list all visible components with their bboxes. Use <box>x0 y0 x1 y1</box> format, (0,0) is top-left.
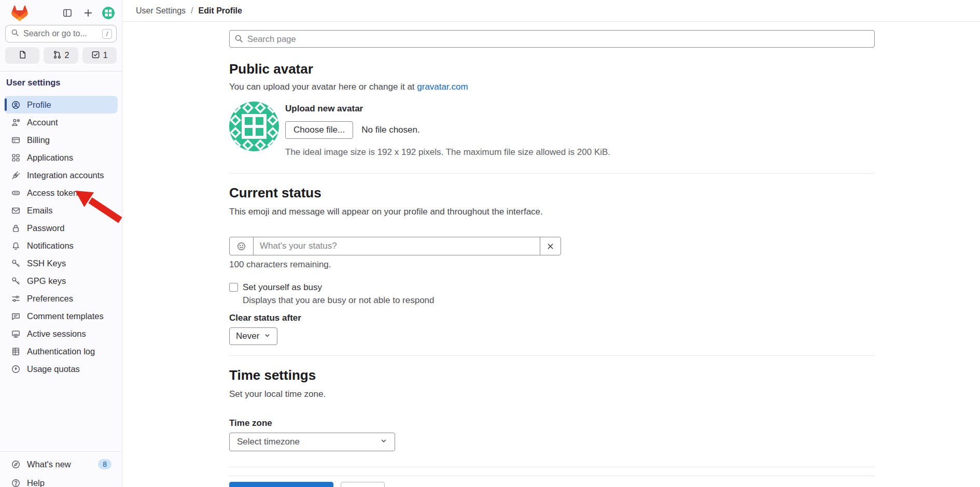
avatar-upload-row: Upload new avatar Choose file... No file… <box>229 102 875 157</box>
timezone-value: Select timezone <box>237 437 300 447</box>
busy-label: Set yourself as busy <box>243 282 435 293</box>
search-placeholder: Search or go to... <box>23 29 102 38</box>
form-actions: Update profile settings Cancel <box>229 476 875 487</box>
sidebar-item-label: SSH Keys <box>27 259 66 268</box>
sidebar-item-label: Integration accounts <box>27 170 104 180</box>
sidebar-item-label: Password <box>27 223 64 233</box>
sidebar-header <box>0 0 122 22</box>
help-label: Help <box>27 478 45 487</box>
avatar-size-hint: The ideal image size is 192 x 192 pixels… <box>285 147 610 157</box>
avatar-description: You can upload your avatar here or chang… <box>229 82 875 92</box>
key-icon <box>11 277 20 285</box>
sidebar-footer: What's new 8 Help <box>0 451 122 487</box>
choose-file-button[interactable]: Choose file... <box>285 121 353 139</box>
sidebar-item-label: GPG keys <box>27 276 66 286</box>
sidebar-item-comment-templates[interactable]: Comment templates <box>4 307 118 325</box>
sidebar-nav: Profile Account Billing Applications Int… <box>0 96 122 378</box>
page-search-input[interactable] <box>229 30 875 48</box>
clear-status-after-label: Clear status after <box>229 313 875 323</box>
sidebar-item-usage-quotas[interactable]: Usage quotas <box>4 360 118 378</box>
mail-icon <box>11 206 20 215</box>
time-zone-label: Time zone <box>229 418 875 428</box>
emoji-picker-button[interactable] <box>230 237 254 255</box>
monitor-icon <box>11 330 20 338</box>
sidebar-item-label: Active sessions <box>27 329 86 339</box>
status-description: This emoji and message will appear on yo… <box>229 207 875 217</box>
clear-status-value: Never <box>236 331 259 341</box>
comment-icon <box>11 312 20 321</box>
sidebar-item-authentication-log[interactable]: Authentication log <box>4 342 118 360</box>
lock-icon <box>11 224 20 233</box>
busy-help-text: Displays that you are busy or not able t… <box>243 295 435 306</box>
user-icon <box>11 101 20 109</box>
sidebar-item-billing[interactable]: Billing <box>4 131 118 149</box>
sidebar-item-active-sessions[interactable]: Active sessions <box>4 325 118 342</box>
sidebar-item-label: Usage quotas <box>27 364 80 374</box>
create-new-plus-icon[interactable] <box>81 6 95 20</box>
cancel-button[interactable]: Cancel <box>341 482 385 487</box>
clear-status-after-dropdown[interactable]: Never <box>229 327 277 345</box>
section-divider <box>229 467 875 467</box>
gravatar-link[interactable]: gravatar.com <box>417 82 468 92</box>
log-icon <box>11 347 20 356</box>
sidebar-item-label: Billing <box>27 135 50 145</box>
sidebar-item-preferences[interactable]: Preferences <box>4 290 118 307</box>
breadcrumb-separator: / <box>191 6 193 16</box>
busy-checkbox[interactable] <box>229 283 238 292</box>
sidebar-item-profile[interactable]: Profile <box>4 96 118 113</box>
global-search-input[interactable]: Search or go to... / <box>5 25 117 42</box>
page-content: Public avatar You can upload your avatar… <box>122 22 980 487</box>
sidebar-item-notifications[interactable]: Notifications <box>4 237 118 254</box>
sidebar-item-gpg-keys[interactable]: GPG keys <box>4 272 118 290</box>
avatar-description-text: You can upload your avatar here or chang… <box>229 82 417 92</box>
merge-requests-shortcut-button[interactable]: 2 <box>44 47 78 64</box>
update-profile-settings-button[interactable]: Update profile settings <box>229 482 333 487</box>
current-status-heading: Current status <box>229 185 875 200</box>
status-message-input[interactable] <box>254 237 540 255</box>
section-divider <box>229 355 875 356</box>
sidebar-item-label: Profile <box>27 100 51 110</box>
gauge-icon <box>11 365 20 374</box>
help-item[interactable]: Help <box>4 474 118 487</box>
compass-icon <box>11 460 20 469</box>
sidebar-item-label: Authentication log <box>27 347 95 356</box>
sidebar-item-label: Notifications <box>27 241 74 251</box>
sidebar-context-title: User settings <box>6 78 116 89</box>
gitlab-logo-icon[interactable] <box>11 5 28 21</box>
sidebar-divider <box>0 71 122 71</box>
sidebar-item-integration-accounts[interactable]: Integration accounts <box>4 166 118 184</box>
chevron-down-icon <box>264 331 271 341</box>
breadcrumb-user-settings[interactable]: User Settings <box>136 6 186 16</box>
search-shortcut-key: / <box>102 29 112 39</box>
whats-new-item[interactable]: What's new 8 <box>4 455 118 474</box>
search-icon <box>11 28 19 39</box>
section-divider <box>229 173 875 174</box>
question-icon <box>11 479 20 487</box>
main-area: User Settings / Edit Profile Public avat… <box>122 0 980 487</box>
sidebar-item-label: Emails <box>27 206 53 216</box>
sidebar-shortcuts: 2 1 <box>5 47 117 64</box>
sidebar-item-password[interactable]: Password <box>4 219 118 237</box>
clear-status-x-icon[interactable] <box>540 237 561 255</box>
sidebar-item-label: Applications <box>27 153 73 163</box>
sidebar-item-account[interactable]: Account <box>4 113 118 131</box>
sidebar-item-label: Access tokens <box>27 188 82 198</box>
sliders-icon <box>11 294 20 303</box>
timezone-select[interactable]: Select timezone <box>229 433 395 451</box>
sidebar-toggle-icon[interactable] <box>61 6 74 20</box>
sidebar-item-ssh-keys[interactable]: SSH Keys <box>4 254 118 272</box>
chevron-down-icon <box>380 437 387 447</box>
breadcrumb-current: Edit Profile <box>199 6 242 16</box>
whats-new-label: What's new <box>27 460 71 469</box>
sidebar-item-access-tokens[interactable]: Access tokens <box>4 184 118 202</box>
todos-shortcut-button[interactable]: 1 <box>82 47 117 64</box>
user-avatar[interactable] <box>102 7 115 19</box>
sidebar-item-applications[interactable]: Applications <box>4 149 118 166</box>
sidebar-item-label: Account <box>27 118 58 127</box>
public-avatar-heading: Public avatar <box>229 61 875 77</box>
upload-new-avatar-label: Upload new avatar <box>285 104 610 114</box>
current-avatar-image <box>229 102 279 151</box>
sidebar-item-emails[interactable]: Emails <box>4 202 118 219</box>
whats-new-badge: 8 <box>98 459 111 469</box>
issues-shortcut-button[interactable] <box>5 47 39 64</box>
